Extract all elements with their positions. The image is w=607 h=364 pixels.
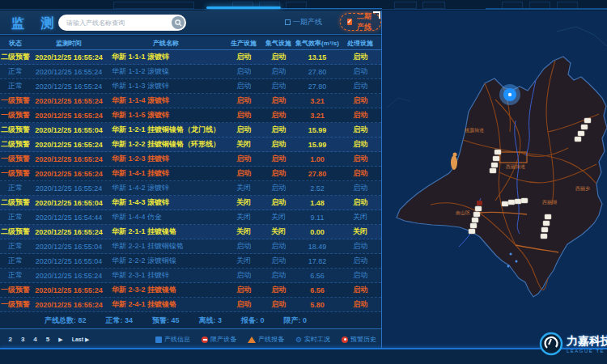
legend-item-square[interactable]: 产线信息: [155, 335, 190, 344]
page-button[interactable]: 3: [21, 336, 24, 343]
cell-treatment-facility: 启动: [340, 125, 380, 135]
red-site-marker[interactable]: [477, 201, 482, 205]
cell-status: 二级预警: [0, 226, 31, 237]
cell-production-facility: 启动: [225, 270, 262, 281]
cell-efficiency: 27.80: [295, 83, 340, 91]
site-marker[interactable]: [543, 221, 550, 226]
site-marker[interactable]: [578, 131, 584, 136]
cell-time: 2020/12/25 16:55:24: [31, 68, 107, 76]
cell-treatment-facility: 启动: [340, 270, 380, 281]
table-row[interactable]: 一级预警2020/12/25 16:55:24华新 1-1-4 滚镀锌启动启动3…: [0, 94, 381, 108]
cell-status: 正常: [0, 212, 31, 222]
cell-name: 华新 1-2-3 挂镀锌: [107, 154, 225, 164]
square-icon: [155, 336, 162, 343]
pagination: 12345▶Last ▶: [0, 336, 89, 343]
site-marker[interactable]: [490, 168, 496, 173]
summary-item: 限产: 0: [284, 315, 308, 326]
table-row[interactable]: 一级预警2020/12/25 16:55:24华新 1-2-3 挂镀锌启动启动1…: [0, 152, 381, 167]
page-button[interactable]: 2: [8, 336, 11, 343]
header-right-line: [486, 8, 607, 10]
table-row[interactable]: 一级预警2020/12/25 16:55:24华新 2-3-2 挂镀镍铬启动启动…: [0, 283, 381, 298]
site-marker[interactable]: [541, 227, 548, 232]
site-marker[interactable]: [472, 218, 478, 222]
table-row[interactable]: 正常2020/12/25 16:55:24华新 2-3-1 挂镀锌启动启动6.5…: [0, 269, 381, 283]
summary-item: 产线总数: 82: [45, 315, 87, 326]
site-marker[interactable]: [491, 163, 498, 167]
site-marker[interactable]: [541, 234, 547, 239]
cell-efficiency: 3.21: [295, 97, 340, 105]
cell-treatment-facility: 关闭: [340, 212, 380, 222]
cell-efficiency: 9.11: [295, 214, 340, 222]
cell-production-facility: 关闭: [225, 139, 262, 150]
map-outer-boundary: [387, 98, 410, 108]
site-marker[interactable]: [475, 206, 482, 211]
cell-gas-facility: 启动: [262, 154, 295, 164]
cell-name: 华新 1-2-1 挂镀铜镍铬（龙门线）: [107, 125, 225, 135]
phase2-label: 二期产线: [354, 11, 374, 32]
page-button[interactable]: 4: [33, 336, 36, 343]
legend-item-noentry[interactable]: 限产设备: [202, 335, 236, 344]
site-marker[interactable]: [469, 229, 475, 234]
table-row[interactable]: 正常2020/12/25 16:55:04华新 2-2-1 挂镀铜镍铬启动启动1…: [0, 239, 381, 254]
table-row[interactable]: 正常2020/12/25 16:55:24华新 1-1-3 滚镀锌启动启动27.…: [0, 79, 381, 94]
cell-efficiency: 18.49: [295, 243, 340, 251]
legend-item-gear[interactable]: ⚙实时工况: [295, 335, 330, 344]
site-marker[interactable]: [473, 212, 480, 217]
cell-status: 一级预警: [0, 154, 31, 164]
table-row[interactable]: 二级预警2020/12/25 16:55:04华新 1-4-3 滚镀锌关闭启动1…: [0, 196, 381, 210]
table-row[interactable]: 二级预警2020/12/25 16:55:04华新 1-2-1 挂镀铜镍铬（龙门…: [0, 123, 381, 138]
map-panel[interactable]: 桃源街道西丽街道南山区西丽湖西丽乡: [381, 11, 607, 349]
table-row[interactable]: 正常2020/12/25 16:55:24华新 1-1-2 滚镀镍启动启动27.…: [0, 65, 381, 79]
site-marker[interactable]: [493, 156, 499, 161]
phase1-checkbox[interactable]: 一期产线: [285, 17, 322, 28]
table-row[interactable]: 正常2020/12/25 16:54:44华新 1-4-4 仿金关闭关闭9.11…: [0, 210, 381, 225]
site-marker[interactable]: [502, 201, 508, 206]
site-marker[interactable]: [575, 137, 581, 142]
cell-name: 华新 2-3-2 挂镀镍铬: [107, 285, 225, 295]
cell-treatment-facility: 启动: [340, 52, 380, 62]
cell-production-facility: 启动: [225, 285, 262, 295]
site-marker[interactable]: [495, 150, 501, 154]
next-page-button[interactable]: ▶: [58, 336, 62, 343]
table-row[interactable]: 正常2020/12/25 16:55:24华新 1-4-2 滚镀锌关闭启动2.5…: [0, 181, 381, 196]
cell-production-facility: 启动: [225, 110, 262, 121]
table-row[interactable]: 一级预警2020/12/25 16:55:24华新 1-1-5 滚镀锌启动启动3…: [0, 108, 381, 123]
cell-name: 华新 1-1-3 滚镀锌: [107, 81, 225, 91]
cell-efficiency: 6.56: [295, 272, 340, 280]
cell-treatment-facility: 启动: [340, 66, 380, 77]
cell-gas-facility: 启动: [262, 81, 295, 91]
legend-item-dot[interactable]: 预警历史: [342, 335, 376, 344]
search-input[interactable]: [58, 19, 172, 27]
cell-status: 一级预警: [0, 285, 31, 295]
cell-gas-facility: 启动: [262, 95, 295, 106]
search-icon[interactable]: [172, 16, 185, 29]
cell-status: 一级预警: [0, 110, 31, 121]
cell-efficiency: 6.56: [295, 286, 340, 294]
orange-poi-marker[interactable]: [451, 155, 457, 170]
last-page-button[interactable]: Last ▶: [72, 336, 90, 343]
header-glow-line: [206, 6, 281, 9]
summary-item: 预警: 45: [152, 315, 180, 326]
logo-subtitle: LEAGUE TE: [567, 349, 607, 353]
table-row[interactable]: 一级预警2020/12/25 16:55:24华新 2-4-1 挂镀镍铬启动启动…: [0, 298, 381, 312]
table-row[interactable]: 二级预警2020/12/25 16:55:24华新 1-1-1 滚镀锌启动启动1…: [0, 50, 381, 65]
orange-poi-marker[interactable]: [453, 153, 457, 157]
site-marker[interactable]: [470, 223, 477, 228]
site-marker[interactable]: [584, 118, 591, 123]
site-marker[interactable]: [521, 198, 528, 203]
site-marker[interactable]: [581, 125, 588, 129]
cell-time: 2020/12/25 16:55:24: [31, 53, 107, 61]
table-row[interactable]: 正常2020/12/25 16:55:04华新 2-2-2 滚镀铜镍关闭启动17…: [0, 254, 381, 269]
site-marker[interactable]: [508, 200, 515, 205]
site-marker[interactable]: [545, 214, 551, 219]
cell-gas-facility: 启动: [262, 256, 295, 266]
table-row[interactable]: 二级预警2020/12/25 16:55:24华新 2-1-1 挂镀镍铬关闭关闭…: [0, 225, 381, 239]
cell-gas-facility: 启动: [262, 285, 295, 295]
table-row[interactable]: 二级预警2020/12/25 16:55:24华新 1-2-2 挂镀铜镍铬（环形…: [0, 138, 381, 152]
table-row[interactable]: 一级预警2020/12/25 16:55:24华新 1-4-1 挂镀锌启动启动2…: [0, 167, 381, 181]
site-marker[interactable]: [515, 199, 521, 204]
legend-item-tri[interactable]: 产线报备: [248, 335, 284, 344]
page-button[interactable]: 5: [46, 336, 49, 343]
cell-efficiency: 27.80: [295, 170, 340, 178]
cell-status: 二级预警: [0, 139, 31, 150]
